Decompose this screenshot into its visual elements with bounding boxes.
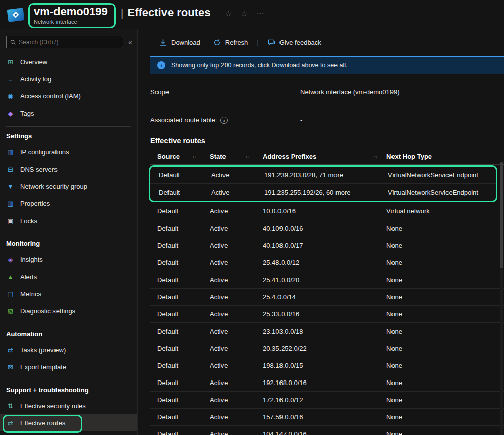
info-banner: i Showing only top 200 records, click Do… — [150, 56, 504, 74]
route-row: DefaultActive40.108.0.0/17None — [150, 237, 504, 254]
cell-address-prefixes: 198.18.0.0/15 — [263, 362, 386, 369]
scope-value: Network interface (vm-demo0199) — [300, 88, 400, 96]
cell-address-prefixes: 23.103.0.0/18 — [263, 328, 386, 335]
sidebar-item-label: Effective routes — [20, 419, 65, 427]
cell-source: Default — [157, 225, 210, 232]
sidebar-item-tasks-preview[interactable]: ⇄Tasks (preview) — [0, 341, 137, 358]
cell-state: Active — [210, 396, 263, 404]
cell-source: Default — [157, 430, 210, 435]
alerts-icon: ▲ — [6, 273, 15, 281]
cell-address-prefixes: 157.59.0.0/16 — [263, 413, 386, 421]
column-header-next-hop-type[interactable]: Next Hop Type — [386, 153, 504, 160]
cell-state: Active — [210, 362, 263, 369]
insights-icon: ◈ — [6, 256, 15, 263]
info-tooltip-icon[interactable]: i — [220, 117, 228, 124]
route-row: DefaultActive25.41.0.0/20None — [150, 271, 504, 289]
sidebar-item-network-security-group[interactable]: ▼Network security group — [0, 178, 137, 195]
network-interface-icon — [5, 4, 26, 25]
cell-state: Active — [210, 413, 263, 421]
cell-source: Default — [157, 207, 210, 215]
sidebar-item-locks[interactable]: ▣Locks — [0, 212, 137, 229]
route-row: DefaultActive192.168.0.0/16None — [150, 374, 504, 392]
sidebar-item-dns-servers[interactable]: ⊟DNS servers — [0, 160, 137, 178]
cell-state: Active — [210, 345, 263, 352]
route-row: DefaultActive157.59.0.0/16None — [150, 409, 504, 426]
sort-icon[interactable]: ↑↓ — [245, 154, 249, 159]
sidebar-item-effective-routes[interactable]: ⇄Effective routes — [0, 414, 137, 431]
pin-icon[interactable]: ☆ — [225, 9, 232, 18]
network-security-group-icon: ▼ — [6, 183, 15, 190]
cell-next-hop-type: None — [386, 362, 504, 369]
sidebar-section-support-troubleshooting: Support + troubleshooting — [0, 380, 137, 397]
resource-type: Network interface — [34, 19, 108, 25]
cell-state: Active — [210, 328, 263, 335]
sidebar-item-overview[interactable]: ⊞Overview — [0, 53, 137, 70]
cell-state: Active — [210, 259, 263, 266]
cell-next-hop-type: None — [386, 242, 504, 249]
refresh-button[interactable]: Refresh — [208, 39, 253, 46]
favorite-icon[interactable]: ☆ — [241, 9, 247, 18]
sidebar-item-label: Properties — [20, 200, 50, 207]
routes-table: Source↑↓State↑↓Address Prefixes↑↓Next Ho… — [150, 149, 504, 435]
column-header-address-prefixes[interactable]: Address Prefixes↑↓ — [263, 153, 386, 160]
cell-address-prefixes: 104.147.0.0/16 — [263, 430, 386, 435]
search-input[interactable] — [19, 39, 119, 46]
effective-routes-heading: Effective routes — [150, 137, 504, 145]
sidebar-item-label: IP configurations — [20, 148, 69, 156]
give-feedback-button[interactable]: Give feedback — [263, 39, 326, 46]
sidebar-item-properties[interactable]: ▥Properties — [0, 195, 137, 212]
cell-address-prefixes: 191.239.203.0/28, 71 more — [264, 171, 388, 179]
cell-state: Active — [210, 207, 263, 215]
page-header: vm-demo0199 Network interface | Effectiv… — [0, 0, 504, 29]
toolbar: Download Refresh | Give feedback — [154, 36, 504, 49]
cell-next-hop-type: None — [386, 310, 504, 318]
scope-row: Scope Network interface (vm-demo0199) — [150, 88, 504, 96]
annotation-highlighted-rows: DefaultActive191.239.203.0/28, 71 moreVi… — [149, 165, 497, 202]
sidebar-item-activity-log[interactable]: ≡Activity log — [0, 70, 137, 87]
sidebar-item-label: Alerts — [20, 273, 37, 281]
sidebar-section-settings: Settings — [0, 127, 137, 143]
sidebar-item-label: Activity log — [20, 75, 51, 83]
scrollbar-thumb[interactable] — [500, 162, 503, 268]
download-icon — [159, 39, 167, 46]
more-icon[interactable]: ⋯ — [256, 9, 264, 18]
cell-next-hop-type: Virtual network — [386, 207, 504, 215]
sort-icon[interactable]: ↑↓ — [192, 154, 196, 159]
sidebar-item-alerts[interactable]: ▲Alerts — [0, 268, 137, 285]
diagnostic-settings-icon: ▧ — [6, 307, 15, 315]
sidebar-item-effective-security-rules[interactable]: ⇅Effective security rules — [0, 397, 137, 414]
route-row: DefaultActive191.239.203.0/28, 71 moreVi… — [150, 167, 496, 184]
resource-name: vm-demo0199 — [34, 5, 108, 18]
sidebar-item-access-control-iam[interactable]: ◉Access control (IAM) — [0, 87, 137, 104]
vertical-scrollbar[interactable] — [500, 162, 503, 435]
sidebar-item-label: Tasks (preview) — [20, 346, 66, 354]
download-button[interactable]: Download — [154, 39, 205, 46]
cell-source: Default — [157, 396, 210, 404]
cell-source: Default — [157, 276, 210, 284]
toolbar-separator: | — [257, 39, 258, 46]
route-table-row: Associated route table: i - — [150, 116, 504, 124]
collapse-sidebar-button[interactable]: « — [128, 38, 132, 46]
sidebar: « ⊞Overview≡Activity log◉Access control … — [0, 29, 138, 435]
scope-label: Scope — [150, 88, 169, 96]
main-content: Download Refresh | Give feedback i — [138, 29, 504, 435]
cell-source: Default — [157, 259, 210, 266]
sidebar-item-insights[interactable]: ◈Insights — [0, 251, 137, 268]
sort-icon[interactable]: ↑↓ — [374, 154, 377, 159]
sidebar-item-ip-configurations[interactable]: ▦IP configurations — [0, 143, 137, 160]
sidebar-menu: ⊞Overview≡Activity log◉Access control (I… — [0, 48, 137, 431]
column-header-source[interactable]: Source↑↓ — [157, 153, 210, 160]
sidebar-item-tags[interactable]: ◆Tags — [0, 104, 137, 122]
sidebar-item-label: DNS servers — [20, 166, 58, 173]
sidebar-item-label: Effective security rules — [20, 402, 86, 410]
sidebar-item-diagnostic-settings[interactable]: ▧Diagnostic settings — [0, 302, 137, 319]
activity-log-icon: ≡ — [6, 75, 15, 83]
table-body: DefaultActive191.239.203.0/28, 71 moreVi… — [150, 165, 504, 435]
sidebar-item-label: Diagnostic settings — [20, 307, 75, 315]
cell-address-prefixes: 20.35.252.0/22 — [263, 345, 386, 352]
tags-icon: ◆ — [6, 110, 15, 117]
column-header-state[interactable]: State↑↓ — [210, 153, 263, 160]
sidebar-item-metrics[interactable]: ▤Metrics — [0, 285, 137, 302]
sidebar-item-export-template[interactable]: ⊠Export template — [0, 358, 137, 375]
cell-state: Active — [210, 379, 263, 387]
